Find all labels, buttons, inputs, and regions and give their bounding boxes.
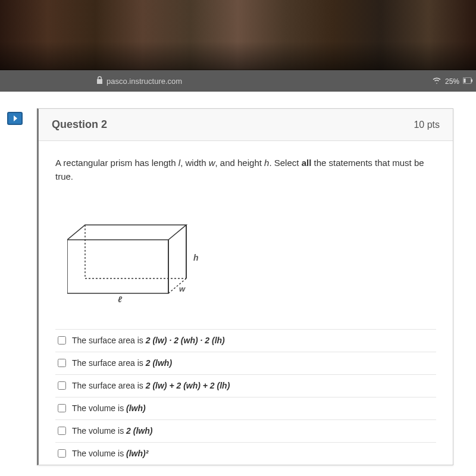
battery-text: 25% [445, 77, 459, 85]
option-label: The volume is 2 (lwh) [72, 425, 152, 437]
option-checkbox[interactable] [58, 404, 66, 412]
prism-diagram: h w ℓ [55, 195, 436, 323]
option-row[interactable]: The surface area is 2 (lw) · 2 (wh) · 2 … [55, 329, 436, 352]
question-body: A rectangular prism has length l, width … [39, 141, 453, 465]
sidebar-toggle-icon[interactable] [7, 112, 23, 125]
battery-icon [463, 77, 472, 85]
label-h: h [193, 253, 199, 262]
prompt-text: , width [180, 158, 209, 168]
lock-icon [96, 76, 103, 86]
option-label: The surface area is 2 (lwh) [72, 357, 172, 369]
option-checkbox[interactable] [58, 336, 66, 345]
option-checkbox[interactable] [58, 359, 66, 367]
svg-rect-2 [471, 79, 472, 82]
option-label: The volume is (lwh)² [72, 447, 148, 460]
wifi-icon [432, 77, 441, 86]
option-row[interactable]: The volume is (lwh) [55, 397, 436, 419]
page-content: Question 2 10 pts A rectangular prism ha… [0, 92, 476, 476]
prompt-text: A rectangular prism has length [55, 158, 178, 168]
option-label: The surface area is 2 (lw) + 2 (wh) + 2 … [72, 380, 230, 392]
prompt-text: . Select [269, 158, 301, 168]
label-w: w [179, 284, 186, 293]
prompt-text: , and height [215, 158, 265, 168]
question-card: Question 2 10 pts A rectangular prism ha… [37, 108, 453, 465]
option-checkbox[interactable] [58, 449, 66, 458]
url-display: pasco.instructure.com [96, 76, 182, 86]
label-l: ℓ [118, 295, 123, 302]
question-title: Question 2 [52, 118, 107, 131]
option-checkbox[interactable] [58, 427, 66, 435]
question-prompt: A rectangular prism has length l, width … [55, 156, 436, 183]
option-checkbox[interactable] [58, 381, 66, 390]
svg-rect-1 [464, 79, 466, 83]
option-row[interactable]: The surface area is 2 (lw) + 2 (wh) + 2 … [55, 374, 436, 397]
background-photo [0, 0, 476, 70]
status-area: 25% [432, 77, 472, 86]
option-row[interactable]: The surface area is 2 (lwh) [55, 352, 436, 374]
url-text: pasco.instructure.com [107, 77, 182, 86]
browser-address-bar: pasco.instructure.com 25% [0, 70, 476, 92]
prompt-var-w: w [209, 158, 215, 168]
question-header: Question 2 10 pts [39, 109, 453, 141]
question-points: 10 pts [414, 120, 440, 130]
option-label: The surface area is 2 (lw) · 2 (wh) · 2 … [72, 334, 225, 347]
answer-options: The surface area is 2 (lw) · 2 (wh) · 2 … [55, 329, 436, 465]
monitor-frame: pasco.instructure.com 25% Question 2 10 … [0, 70, 476, 476]
option-row[interactable]: The volume is 2 (lwh) [55, 419, 436, 442]
prompt-emphasis: all [302, 158, 312, 168]
option-row[interactable]: The volume is (lwh)² [55, 442, 436, 465]
option-label: The volume is (lwh) [72, 402, 146, 415]
